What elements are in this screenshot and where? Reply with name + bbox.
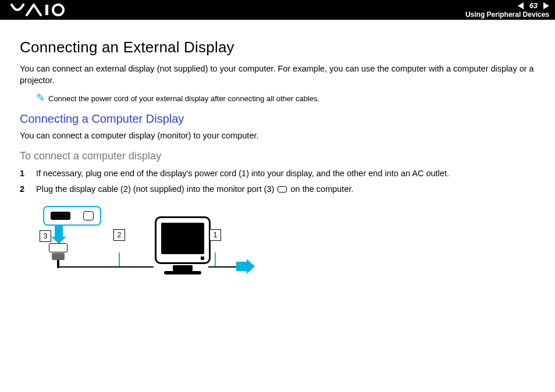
- aux-port-icon: [83, 211, 94, 220]
- connection-diagram: 3 2 1: [37, 206, 247, 293]
- power-cable-line: [208, 266, 236, 268]
- callout-tick-1: [215, 252, 216, 266]
- right-arrow-icon: [236, 262, 247, 271]
- header-bar: 63 Using Peripheral Devices: [0, 0, 555, 20]
- procedure-steps: If necessary, plug one end of the displa…: [20, 168, 535, 195]
- callout-2: 2: [113, 229, 125, 241]
- note-block: ✎ Connect the power cord of your externa…: [36, 94, 535, 103]
- step-2-text-b: on the computer.: [288, 184, 353, 194]
- subsection-paragraph: You can connect a computer display (moni…: [20, 130, 535, 142]
- section-title: Using Peripheral Devices: [465, 10, 549, 19]
- display-cable-line: [59, 266, 154, 268]
- svg-point-1: [53, 5, 63, 15]
- monitor-port-icon: [278, 186, 287, 193]
- subsection-heading: Connecting a Computer Display: [20, 112, 535, 126]
- svg-rect-0: [45, 5, 48, 15]
- next-page-arrow-icon[interactable]: [543, 2, 549, 9]
- computer-port-panel: [43, 206, 101, 226]
- cable-connector-icon: [48, 243, 69, 266]
- prev-page-arrow-icon[interactable]: [518, 2, 524, 9]
- monitor-icon: [154, 216, 212, 275]
- page-navigator: 63: [518, 2, 549, 10]
- step-2-text-a: Plug the display cable (2) (not supplied…: [36, 184, 276, 194]
- step-2: Plug the display cable (2) (not supplied…: [20, 184, 535, 195]
- callout-tick-2: [119, 252, 120, 266]
- note-text: Connect the power cord of your external …: [48, 94, 319, 103]
- intro-paragraph: You can connect an external display (not…: [20, 63, 535, 86]
- step-1: If necessary, plug one end of the displa…: [20, 168, 535, 180]
- vaio-logo: [10, 2, 74, 20]
- page-heading: Connecting an External Display: [20, 38, 535, 56]
- procedure-heading: To connect a computer display: [20, 150, 535, 162]
- down-arrow-icon: [55, 225, 63, 237]
- callout-3: 3: [40, 230, 51, 242]
- note-pencil-icon: ✎: [36, 92, 45, 103]
- page-body: Connecting an External Display You can c…: [0, 20, 555, 293]
- callout-1: 1: [209, 229, 221, 241]
- vga-port-icon: [51, 212, 70, 220]
- page-number: 63: [526, 2, 541, 10]
